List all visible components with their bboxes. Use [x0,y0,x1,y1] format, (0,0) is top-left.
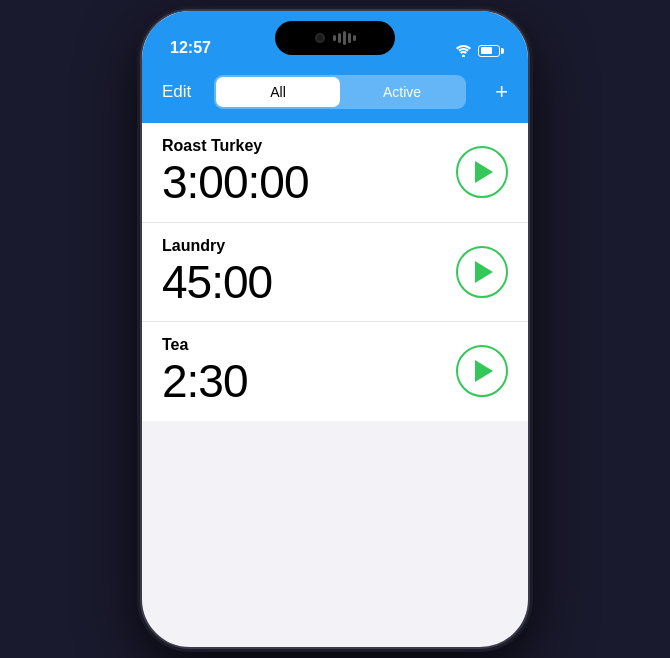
battery-icon [478,45,500,57]
add-button[interactable]: + [478,81,508,103]
timer-item: Roast Turkey 3:00:00 [142,123,528,223]
play-icon [475,161,493,183]
timer-info: Roast Turkey 3:00:00 [162,137,456,208]
dynamic-island [275,21,395,55]
timer-time: 45:00 [162,257,456,308]
edit-button[interactable]: Edit [162,82,202,102]
camera-dot [315,33,325,43]
status-bar: 12:57 [142,11,528,65]
play-icon [475,261,493,283]
segment-control: All Active [214,75,466,109]
timer-name: Roast Turkey [162,137,456,155]
timer-item: Laundry 45:00 [142,223,528,323]
segment-all-button[interactable]: All [216,77,340,107]
timer-name: Laundry [162,237,456,255]
segment-active-button[interactable]: Active [340,77,464,107]
timer-info: Tea 2:30 [162,336,456,407]
play-button[interactable] [456,345,508,397]
play-icon [475,360,493,382]
timer-time: 3:00:00 [162,157,456,208]
phone-frame: 12:57 Edit [140,9,530,649]
timer-name: Tea [162,336,456,354]
timer-list: Roast Turkey 3:00:00 Laundry 45:00 Tea 2… [142,123,528,421]
timer-time: 2:30 [162,356,456,407]
wifi-icon [455,44,472,57]
svg-point-0 [462,55,465,58]
nav-bar: Edit All Active + [142,65,528,123]
timer-info: Laundry 45:00 [162,237,456,308]
play-button[interactable] [456,246,508,298]
play-button[interactable] [456,146,508,198]
battery-fill [481,47,493,54]
waveform-icon [333,31,356,45]
timer-item: Tea 2:30 [142,322,528,421]
